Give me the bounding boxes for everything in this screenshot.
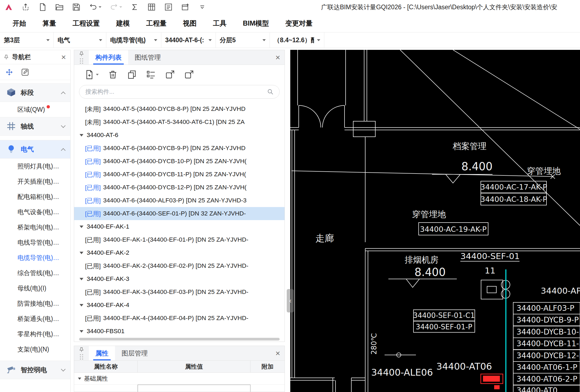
export-components-button[interactable]	[165, 70, 175, 80]
sidebar-item-配电箱柜(电)…[interactable]: 配电箱柜(电)…	[0, 189, 70, 204]
sidebar-section-智控弱电[interactable]: 智控弱电	[0, 361, 70, 379]
sidebar-item-支架(电)(N)[interactable]: 支架(电)(N)	[0, 342, 70, 357]
grid-icon	[7, 121, 16, 131]
component-item[interactable]: [未用]34400-AT-5-(34400-AT-5-34400-AT6-C1)…	[74, 116, 285, 129]
properties-panel-tab-图层管理[interactable]: 图层管理	[115, 346, 154, 360]
item-label: 34400-AT-6-(34400-DYCB-9-P) [DN 25 ZAN-Y…	[103, 145, 246, 152]
close-icon[interactable]: ×	[61, 53, 66, 61]
new-window-icon[interactable]	[181, 3, 190, 11]
context-dropdown-5[interactable]: 分层5	[216, 32, 270, 48]
sidebar-item-桥架通头(电)…[interactable]: 桥架通头(电)…	[0, 311, 70, 326]
undo-button[interactable]	[89, 3, 101, 11]
sidebar-section-电气[interactable]: 电气	[0, 140, 70, 159]
collapse-triangle-icon	[80, 278, 83, 280]
table-calc-icon[interactable]	[147, 3, 156, 11]
menu-tab-工程量[interactable]: 工程量	[138, 19, 175, 28]
new-component-button[interactable]	[84, 70, 99, 80]
component-panel-tab-构件列表[interactable]: 构件列表	[89, 50, 128, 65]
component-item[interactable]: [已用]34400-EF-AK-3-(34400-EF-03-P) [DN 25…	[74, 285, 285, 299]
component-item[interactable]: [已用]34400-AT-6-(34400-DYCB-9-P) [DN 25 Z…	[74, 142, 285, 155]
toolbar-overflow-icon[interactable]	[198, 3, 207, 11]
cad-label: 34400-AC-17-AK-P	[481, 183, 547, 191]
menu-tab-工具[interactable]: 工具	[205, 19, 235, 28]
cad-label: 穿管埋地	[412, 209, 446, 219]
component-group[interactable]: 34400-EF-AK-3	[74, 272, 285, 285]
context-dropdown-6[interactable]: （8.4~12.6）配	[270, 32, 324, 48]
sidebar-section-标段[interactable]: 标段	[0, 83, 70, 102]
column-property-value: 属性值	[138, 361, 250, 372]
menu-tab-BIM模型[interactable]: BIM模型	[235, 19, 277, 28]
export-icon[interactable]	[21, 3, 30, 11]
new-file-icon[interactable]	[38, 3, 47, 11]
sidebar-item-电线导管(电)…[interactable]: 电线导管(电)…	[0, 235, 70, 250]
component-item[interactable]: [已用]34400-AT-6-(34400-SEF-01-P) [DN 32 Z…	[74, 207, 285, 220]
drag-handle[interactable]	[74, 346, 89, 360]
batch-select-button[interactable]	[146, 70, 156, 80]
sidebar-section-轴线[interactable]: 轴线	[0, 117, 70, 136]
component-item[interactable]: [已用]34400-EF-AK-1-(34400-EF-01-P) [DN 25…	[74, 233, 285, 246]
delete-component-button[interactable]	[108, 70, 118, 80]
search-input[interactable]	[85, 88, 267, 96]
properties-panel-tab-属性[interactable]: 属性	[89, 346, 115, 360]
property-group-basic[interactable]: 基础属性	[74, 373, 285, 385]
sidebar-item-零星构件(电)…[interactable]: 零星构件(电)…	[0, 326, 70, 342]
context-dropdown-1[interactable]: 第3层	[0, 32, 54, 48]
sidebar-item-综合管线(电)…[interactable]: 综合管线(电)…	[0, 265, 70, 281]
component-item[interactable]: [已用]34400-AT-6-(34400-DYCB-12-P) [DN 25 …	[74, 181, 285, 194]
copy-component-button[interactable]	[127, 70, 137, 80]
component-group[interactable]: 34400-EF-AK-4	[74, 299, 285, 312]
component-item[interactable]: [已用]34400-AT-6-(34400-DYCB-10-P) [DN 25 …	[74, 155, 285, 168]
menu-tab-视图[interactable]: 视图	[175, 19, 205, 28]
menu-tab-工程设置[interactable]: 工程设置	[64, 19, 108, 28]
component-group[interactable]: 34400-EF-AK-1	[74, 220, 285, 233]
property-value-input[interactable]	[138, 385, 250, 392]
move-layout-icon[interactable]	[5, 68, 14, 77]
context-dropdown-4[interactable]: 34400-AT-6-(:	[161, 32, 216, 48]
sum-icon[interactable]	[130, 3, 139, 11]
sheet-list-icon[interactable]	[164, 3, 173, 11]
component-group[interactable]: 34400-FBS01	[74, 325, 285, 336]
pin-icon[interactable]	[3, 54, 9, 60]
sidebar-item-电气设备(电)…[interactable]: 电气设备(电)…	[0, 204, 70, 220]
import-components-button[interactable]	[184, 70, 194, 80]
menu-tab-开始[interactable]: 开始	[4, 19, 34, 28]
cad-canvas[interactable]: 档案管理8.400穿管埋地34400-AC-17-AK-P34400-AC-18…	[290, 50, 580, 392]
cad-red-marks	[481, 374, 503, 389]
context-dropdown-2[interactable]: 电气	[54, 32, 106, 48]
menu-tab-建模[interactable]: 建模	[108, 19, 138, 28]
component-group[interactable]: 34400-AT-6	[74, 129, 285, 142]
sidebar-item-防雷接地(电)…[interactable]: 防雷接地(电)…	[0, 296, 70, 311]
context-dropdown-3[interactable]: 电缆导管(电)	[106, 32, 161, 48]
sidebar-item-label: 母线(电)(I)	[17, 284, 46, 293]
close-icon[interactable]: ×	[275, 349, 280, 357]
sidebar-item-照明灯具(电)…[interactable]: 照明灯具(电)…	[0, 159, 70, 174]
component-panel-tab-图纸管理[interactable]: 图纸管理	[128, 50, 167, 65]
panel-collapse-handle[interactable]: ‹	[287, 289, 294, 312]
drag-handle[interactable]	[74, 50, 89, 65]
edit-icon[interactable]	[21, 68, 29, 77]
open-folder-icon[interactable]	[55, 3, 64, 11]
horizontal-scrollbar[interactable]	[79, 338, 280, 341]
sidebar-item-区域(QW)[interactable]: 区域(QW)	[0, 102, 70, 117]
component-item[interactable]: [已用]34400-EF-AK-4-(34400-EF-04-P) [DN 25…	[74, 312, 285, 325]
group-label: 34400-EF-AK-1	[87, 223, 129, 230]
sidebar-item-母线(电)(I)[interactable]: 母线(电)(I)	[0, 281, 70, 296]
component-group[interactable]: 34400-EF-AK-2	[74, 246, 285, 259]
group-label: 34400-AT-6	[87, 132, 118, 139]
quick-access-toolbar	[0, 3, 207, 11]
save-icon[interactable]	[72, 3, 81, 11]
component-item[interactable]: [已用]34400-AT-6-(34400-DYCB-11-P) [DN 25 …	[74, 168, 285, 181]
sidebar-item-电缆导管(电)…[interactable]: 电缆导管(电)…	[0, 250, 70, 265]
menu-tab-变更对量[interactable]: 变更对量	[277, 19, 321, 28]
component-item[interactable]: [未用]34400-AT-5-(34400-DYCB-8-P) [DN 25 Z…	[74, 102, 285, 116]
redo-button[interactable]	[110, 3, 122, 11]
collapse-triangle-icon	[78, 378, 81, 380]
cad-label: 穿管埋地	[527, 166, 561, 176]
menu-tab-算量[interactable]: 算量	[34, 19, 64, 28]
sidebar-item-开关插座(电)…[interactable]: 开关插座(电)…	[0, 174, 70, 189]
close-icon[interactable]: ×	[275, 53, 280, 62]
cad-label: 34400-DYCB-12-P	[516, 351, 580, 360]
component-item[interactable]: [已用]34400-AT-6-(34400-ALF03-P) [DN 25 ZA…	[74, 194, 285, 207]
component-item[interactable]: [已用]34400-EF-AK-2-(34400-EF-02-P) [DN 25…	[74, 259, 285, 272]
sidebar-item-桥架电沟(电)…[interactable]: 桥架电沟(电)…	[0, 220, 70, 235]
